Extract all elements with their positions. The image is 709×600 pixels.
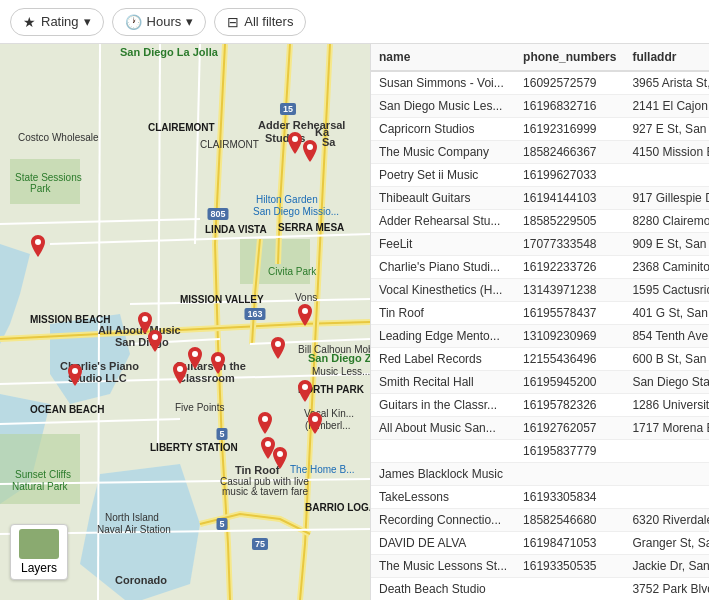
svg-point-14	[262, 416, 268, 422]
table-row[interactable]: Thibeault Guitars16194144103917 Gillespi…	[371, 187, 709, 210]
table-body: Susan Simmons - Voi...160925725793965 Ar…	[371, 71, 709, 600]
table-row[interactable]: Adder Rehearsal Stu...185852295058280 Cl…	[371, 210, 709, 233]
map-pin[interactable]	[29, 235, 47, 257]
cell-phone: 16198471053	[515, 532, 624, 555]
map-pin[interactable]	[186, 347, 204, 369]
svg-point-13	[277, 451, 283, 457]
cell-phone: 16194144103	[515, 187, 624, 210]
cell-name: Thibeault Guitars	[371, 187, 515, 210]
cell-phone	[515, 463, 624, 486]
cell-phone: 16195782326	[515, 394, 624, 417]
cell-name: Charlie's Piano Studi...	[371, 256, 515, 279]
map-pin[interactable]	[209, 352, 227, 374]
table-row[interactable]: The Music Company185824663674150 Mission…	[371, 141, 709, 164]
clock-icon: 🕐	[125, 14, 142, 30]
table-row[interactable]: The Music Lessons St...16193350535Jackie…	[371, 555, 709, 578]
cell-name: James Blacklock Music	[371, 463, 515, 486]
map-pin[interactable]	[306, 412, 324, 434]
rating-button[interactable]: ★ Rating ▾	[10, 8, 104, 36]
cell-name: TakeLessons	[371, 486, 515, 509]
map-pin[interactable]	[269, 337, 287, 359]
svg-point-3	[152, 334, 158, 340]
cell-name: Poetry Set ii Music	[371, 164, 515, 187]
data-table: name phone_numbers fulladdr Susan Simmon…	[371, 44, 709, 600]
map-pin[interactable]	[296, 304, 314, 326]
toolbar: ★ Rating ▾ 🕐 Hours ▾ ⊟ All filters	[0, 0, 709, 44]
cell-name: Susan Simmons - Voi...	[371, 71, 515, 95]
cell-addr: Jackie Dr, San Diego, CA 9...	[624, 555, 709, 578]
map-pin[interactable]	[271, 447, 289, 469]
table-row[interactable]: FeeLit17077333548909 E St, San Diego, CA…	[371, 233, 709, 256]
cell-addr: 2368 Caminito Seguro, San...	[624, 256, 709, 279]
cell-addr: 1286 University Ave #389,...	[624, 394, 709, 417]
cell-phone: 16193305834	[515, 486, 624, 509]
layers-button[interactable]: Layers	[10, 524, 68, 580]
table-row[interactable]: San Diego Music Les...161968327162141 El…	[371, 95, 709, 118]
svg-point-6	[192, 351, 198, 357]
cell-name: San Diego Music Les...	[371, 95, 515, 118]
table-row[interactable]: Capricorn Studios16192316999927 E St, Sa…	[371, 118, 709, 141]
cell-name: Adder Rehearsal Stu...	[371, 210, 515, 233]
cell-phone: 18585229505	[515, 210, 624, 233]
table-row[interactable]: Leading Edge Mento...13109230969854 Tent…	[371, 325, 709, 348]
table-row[interactable]: Poetry Set ii Music16199627033	[371, 164, 709, 187]
cell-name: The Music Lessons St...	[371, 555, 515, 578]
map-pin[interactable]	[296, 380, 314, 402]
cell-addr: 909 E St, San Diego, CA 92...	[624, 233, 709, 256]
table-row[interactable]: Charlie's Piano Studi...161922337262368 …	[371, 256, 709, 279]
table-row[interactable]: Vocal Kinesthetics (H...131439712381595 …	[371, 279, 709, 302]
table-area[interactable]: name phone_numbers fulladdr Susan Simmon…	[370, 44, 709, 600]
cell-name: Red Label Records	[371, 348, 515, 371]
cell-addr	[624, 463, 709, 486]
svg-point-1	[35, 239, 41, 245]
highway-shield: 5	[216, 428, 227, 440]
cell-addr: 917 Gillespie Dr, Spring Vo...	[624, 187, 709, 210]
table-row[interactable]: Tin Roof16195578437401 G St, San Diego, …	[371, 302, 709, 325]
map-pin[interactable]	[66, 364, 84, 386]
svg-point-2	[142, 316, 148, 322]
cell-addr: 854 Tenth Ave, San Diego, ...	[624, 325, 709, 348]
cell-phone: 13143971238	[515, 279, 624, 302]
map-canvas[interactable]: San Diego La JollaCLAIREMONTCostco Whole…	[0, 44, 370, 600]
map-pin[interactable]	[301, 140, 319, 162]
cell-name: Smith Recital Hall	[371, 371, 515, 394]
highway-shield: 805	[207, 208, 228, 220]
svg-point-11	[307, 144, 313, 150]
table-row[interactable]: Red Label Records12155436496600 B St, Sa…	[371, 348, 709, 371]
col-phone: phone_numbers	[515, 44, 624, 71]
table-row[interactable]: TakeLessons16193305834	[371, 486, 709, 509]
filters-button[interactable]: ⊟ All filters	[214, 8, 306, 36]
cell-addr: 401 G St, San Diego, CA 92...	[624, 302, 709, 325]
hours-button[interactable]: 🕐 Hours ▾	[112, 8, 207, 36]
cell-addr: 3965 Arista St, San Diego,...	[624, 71, 709, 95]
table-row[interactable]: Death Beach Studio3752 Park Blvd, San Di…	[371, 578, 709, 601]
table-row[interactable]: Susan Simmons - Voi...160925725793965 Ar…	[371, 71, 709, 95]
highway-shield: 15	[280, 103, 296, 115]
table-row[interactable]: James Blacklock Music	[371, 463, 709, 486]
cell-phone	[515, 578, 624, 601]
map-svg	[0, 44, 370, 600]
table-row[interactable]: 16195837779	[371, 440, 709, 463]
highway-shield: 5	[216, 518, 227, 530]
hours-label: Hours	[147, 14, 182, 29]
cell-addr: San Diego State University...	[624, 371, 709, 394]
cell-phone: 17077333548	[515, 233, 624, 256]
cell-name	[371, 440, 515, 463]
map-pin[interactable]	[146, 330, 164, 352]
cell-phone: 16092572579	[515, 71, 624, 95]
table-row[interactable]: All About Music San...161927620571717 Mo…	[371, 417, 709, 440]
cell-name: Leading Edge Mento...	[371, 325, 515, 348]
map-area[interactable]: San Diego La JollaCLAIREMONTCostco Whole…	[0, 44, 370, 600]
table-row[interactable]: Guitars in the Classr...161957823261286 …	[371, 394, 709, 417]
map-pin[interactable]	[256, 412, 274, 434]
col-name: name	[371, 44, 515, 71]
svg-point-4	[72, 368, 78, 374]
cell-phone: 16193350535	[515, 555, 624, 578]
table-row[interactable]: Recording Connectio...185825466806320 Ri…	[371, 509, 709, 532]
cell-phone: 16196832716	[515, 95, 624, 118]
cell-addr: Granger St, San Diego, CA...	[624, 532, 709, 555]
table-row[interactable]: Smith Recital Hall16195945200San Diego S…	[371, 371, 709, 394]
highway-shield: 75	[252, 538, 268, 550]
table-row[interactable]: DAVID DE ALVA16198471053Granger St, San …	[371, 532, 709, 555]
svg-point-16	[312, 416, 318, 422]
